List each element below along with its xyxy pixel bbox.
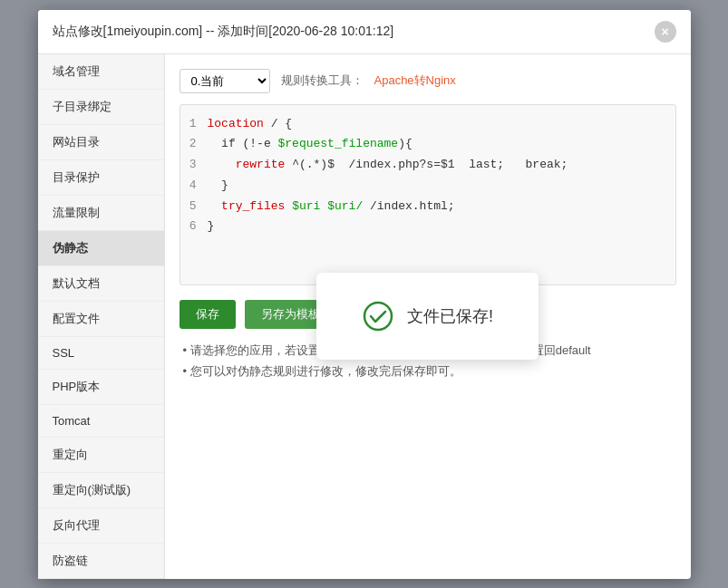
modal-overlay: 站点修改[1meiyoupin.com] -- 添加时间[2020-06-28 … <box>0 0 728 588</box>
toast: 文件已保存! <box>316 273 539 360</box>
modal-close-button[interactable]: × <box>655 21 676 43</box>
success-icon <box>362 300 394 333</box>
sidebar-item-redirect[interactable]: 重定向 <box>38 438 164 473</box>
modal-header: 站点修改[1meiyoupin.com] -- 添加时间[2020-06-28 … <box>38 10 691 54</box>
line-content-3: rewrite ^(.*)$ /index.php?s=$1 last; bre… <box>208 156 675 175</box>
code-line-5: 5 try_files $uri $uri/ /index.html; <box>180 197 675 217</box>
line-content-1: location / { <box>208 115 675 134</box>
toolbar-row: 0.当前 1.备份1 2.备份2 规则转换工具： Apache转Nginx <box>180 69 676 93</box>
sidebar-item-redirect-test[interactable]: 重定向(测试版) <box>38 473 164 508</box>
main-content: 0.当前 1.备份1 2.备份2 规则转换工具： Apache转Nginx 1 … <box>165 54 691 579</box>
sidebar: 域名管理 子目录绑定 网站目录 目录保护 流量限制 伪静态 默认文档 配置文件 … <box>38 54 165 579</box>
rule-converter-label: 规则转换工具： <box>281 72 364 89</box>
code-line-1: 1 location / { <box>180 114 675 135</box>
line-number-6: 6 <box>180 217 208 236</box>
code-line-2: 2 if (!-e $request_filename){ <box>180 134 675 155</box>
sidebar-item-dir-protect[interactable]: 目录保护 <box>38 160 164 196</box>
sidebar-item-pseudo-static[interactable]: 伪静态 <box>38 231 164 266</box>
line-number-2: 2 <box>180 135 208 154</box>
sidebar-item-config-file[interactable]: 配置文件 <box>38 302 164 337</box>
line-content-5: try_files $uri $uri/ /index.html; <box>208 198 675 217</box>
sidebar-item-tomcat[interactable]: Tomcat <box>38 405 164 438</box>
line-number-1: 1 <box>180 115 208 134</box>
code-line-3: 3 rewrite ^(.*)$ /index.php?s=$1 last; b… <box>180 155 675 176</box>
sidebar-item-subdir[interactable]: 子目录绑定 <box>38 90 164 125</box>
sidebar-item-default-doc[interactable]: 默认文档 <box>38 266 164 302</box>
modal-body: 域名管理 子目录绑定 网站目录 目录保护 流量限制 伪静态 默认文档 配置文件 … <box>38 54 691 579</box>
line-content-6: } <box>208 217 675 236</box>
sidebar-item-domain[interactable]: 域名管理 <box>38 54 164 90</box>
code-line-6: 6 } <box>180 217 675 237</box>
code-line-4: 4 } <box>180 176 675 197</box>
tip-item-2: 您可以对伪静态规则进行修改，修改完后保存即可。 <box>180 361 676 381</box>
toast-message: 文件已保存! <box>407 305 493 327</box>
sidebar-item-hotlink-protect[interactable]: 防盗链 <box>38 544 164 579</box>
line-number-5: 5 <box>180 198 208 217</box>
rule-converter-link[interactable]: Apache转Nginx <box>374 72 456 89</box>
line-number-3: 3 <box>180 156 208 175</box>
save-button[interactable]: 保存 <box>180 300 236 329</box>
version-select[interactable]: 0.当前 1.备份1 2.备份2 <box>180 69 270 93</box>
line-number-4: 4 <box>180 177 208 196</box>
svg-point-0 <box>364 303 392 330</box>
sidebar-item-reverse-proxy[interactable]: 反向代理 <box>38 508 164 544</box>
code-editor[interactable]: 1 location / { 2 if (!-e $request_filena… <box>180 104 676 285</box>
modal-title: 站点修改[1meiyoupin.com] -- 添加时间[2020-06-28 … <box>53 24 394 40</box>
sidebar-item-php-version[interactable]: PHP版本 <box>38 370 164 405</box>
line-content-4: } <box>208 177 675 196</box>
line-content-2: if (!-e $request_filename){ <box>208 135 675 154</box>
sidebar-item-traffic-limit[interactable]: 流量限制 <box>38 196 164 231</box>
modal-dialog: 站点修改[1meiyoupin.com] -- 添加时间[2020-06-28 … <box>38 10 691 579</box>
sidebar-item-website-dir[interactable]: 网站目录 <box>38 125 164 160</box>
sidebar-item-ssl[interactable]: SSL <box>38 337 164 370</box>
